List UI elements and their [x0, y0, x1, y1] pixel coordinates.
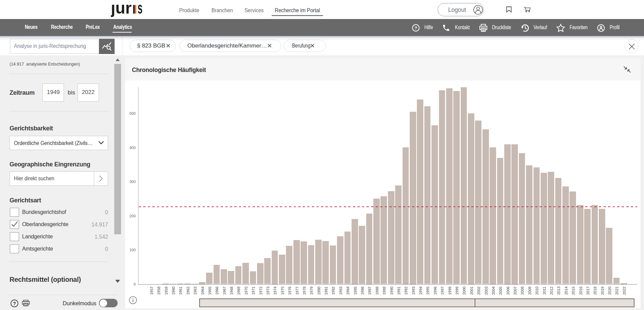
svg-text:s: s [138, 3, 143, 17]
svg-text:jur: jur [111, 3, 132, 17]
svg-text:?: ? [13, 300, 16, 306]
svg-text:?: ? [414, 25, 417, 31]
